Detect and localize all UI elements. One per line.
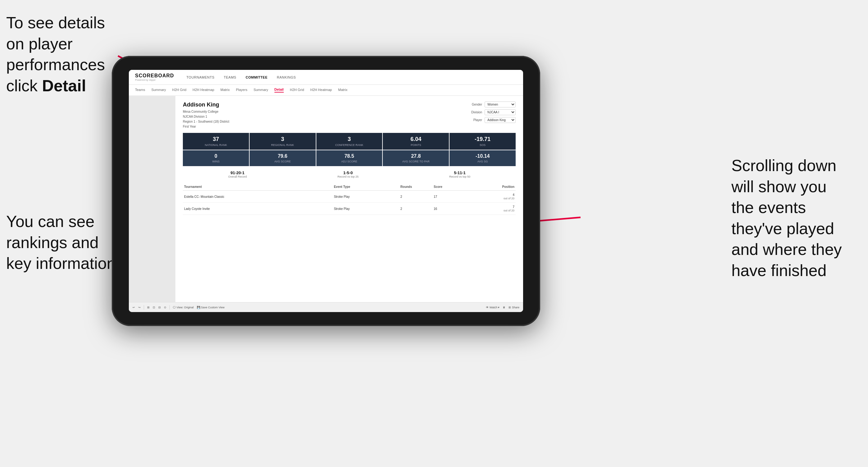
avg-score-label: Avg Score [251, 160, 314, 163]
division-select[interactable]: NJCAA I [485, 109, 516, 115]
avg-score-par-label: Avg Score to Par [385, 160, 447, 163]
subnav-detail[interactable]: Detail [274, 88, 284, 93]
filter-gender: Gender Women [472, 101, 516, 107]
overall-record-value: 91-20-1 [228, 170, 247, 175]
national-rank-label: National Rank [185, 144, 247, 147]
gender-select[interactable]: Women [485, 101, 516, 107]
subnav-summary[interactable]: Summary [151, 88, 166, 92]
td-position-1: 7 out of 20 [466, 203, 516, 215]
stats-row-2: 0 Wins 79.6 Avg Score 78.5 Adj Score 27.… [183, 150, 516, 166]
subnav-matrix[interactable]: Matrix [220, 88, 230, 92]
side-panel [129, 96, 176, 302]
stat-adj-score: 78.5 Adj Score [316, 150, 382, 166]
player-label: Player [473, 118, 482, 122]
annotation-top-left: To see details on player performances cl… [6, 12, 124, 96]
stat-avg-score-par: 27.8 Avg Score to Par [383, 150, 449, 166]
player-select[interactable]: Addison King [485, 117, 516, 123]
avg-score-value: 79.6 [251, 153, 314, 159]
toolbar-screen[interactable]: 🖥 [503, 306, 505, 309]
toolbar-save-view[interactable]: 💾 Save Custom View [197, 306, 224, 309]
nav-rankings[interactable]: RANKINGS [277, 75, 296, 79]
th-event-type: Event Type [333, 183, 399, 191]
subnav-matrix2[interactable]: Matrix [338, 88, 347, 92]
adj-score-value: 78.5 [318, 153, 381, 159]
filter-player: Player Addison King [473, 117, 516, 123]
player-filters: Gender Women Division NJCAA I [471, 101, 516, 123]
top-nav: SCOREBOARD Powered by clippd TOURNAMENTS… [129, 70, 523, 85]
stat-wins: 0 Wins [183, 150, 249, 166]
subnav-summary2[interactable]: Summary [254, 88, 268, 92]
tablet-shell: SCOREBOARD Powered by clippd TOURNAMENTS… [112, 56, 540, 326]
stat-sos: -19.71 SoS [450, 133, 516, 150]
top25-record-value: 1-5-0 [337, 170, 359, 175]
td-tournament-0: Estella CC- Mountain Classic [183, 191, 333, 203]
bottom-toolbar: ↩ ↪ ⊞ ⊡ ⊟ ⊙ 🖵 View: Original 💾 Save Cust… [129, 302, 523, 312]
logo-scoreboard: SCOREBOARD [135, 73, 174, 79]
subnav-h2h-heatmap[interactable]: H2H Heatmap [192, 88, 214, 92]
stat-points: 6.04 Points [383, 133, 449, 150]
toolbar-redo[interactable]: ↪ [138, 306, 141, 309]
toolbar-view-original[interactable]: 🖵 View: Original [173, 306, 194, 309]
position-value-0: 4 [513, 193, 515, 196]
stats-row-1: 37 National Rank 3 Regional Rank 3 Confe… [183, 133, 516, 150]
division-label: Division [471, 111, 482, 114]
gender-label: Gender [472, 103, 482, 106]
regional-rank-label: Regional Rank [251, 144, 314, 147]
points-value: 6.04 [385, 136, 447, 143]
toolbar-sep-2 [169, 305, 170, 310]
stat-regional-rank: 3 Regional Rank [250, 133, 316, 150]
player-region: Region 1 - Southwest (18) District [183, 120, 229, 123]
avg-score-par-value: 27.8 [385, 153, 447, 159]
nav-committee[interactable]: COMMITTEE [246, 75, 268, 79]
tournament-table: Tournament Event Type Rounds Score Posit… [183, 183, 516, 215]
sub-nav: Teams Summary H2H Grid H2H Heatmap Matri… [129, 85, 523, 96]
logo-powered: Powered by clippd [135, 79, 174, 81]
toolbar-grid2[interactable]: ⊡ [153, 306, 155, 309]
top50-record-value: 5-11-1 [449, 170, 470, 175]
overall-record-label: Overall Record [228, 175, 247, 178]
sos-value: -19.71 [452, 136, 514, 143]
toolbar-watch[interactable]: 👁 Watch ▾ [486, 306, 499, 309]
stat-conference-rank: 3 Conference Rank [316, 133, 382, 150]
toolbar-undo[interactable]: ↩ [132, 306, 135, 309]
player-detail: Addison King Mesa Community College NJCA… [176, 96, 523, 302]
subnav-players[interactable]: Players [236, 88, 247, 92]
avg-sg-value: -10.14 [452, 153, 514, 159]
th-position: Position [466, 183, 516, 191]
subnav-teams[interactable]: Teams [135, 88, 145, 92]
th-score: Score [432, 183, 466, 191]
stat-avg-score: 79.6 Avg Score [250, 150, 316, 166]
position-detail-1: out of 20 [503, 209, 515, 212]
position-detail-0: out of 20 [503, 197, 515, 200]
toolbar-grid1[interactable]: ⊞ [147, 306, 150, 309]
record-top25: 1-5-0 Record vs top 25 [337, 170, 359, 178]
toolbar-grid3[interactable]: ⊟ [158, 306, 161, 309]
td-rounds-1: 2 [399, 203, 432, 215]
wins-value: 0 [185, 153, 247, 159]
td-event-type-1: Stroke Play [333, 203, 399, 215]
position-value-1: 7 [513, 205, 515, 209]
nav-teams[interactable]: TEAMS [224, 75, 236, 79]
points-label: Points [385, 144, 447, 147]
record-overall: 91-20-1 Overall Record [228, 170, 247, 178]
subnav-h2h-grid[interactable]: H2H Grid [172, 88, 186, 92]
main-content: Addison King Mesa Community College NJCA… [129, 96, 523, 302]
avg-sg-label: Avg SG [452, 160, 514, 163]
toolbar-clock[interactable]: ⊙ [164, 306, 166, 309]
annotation-bottom-right: Scrolling down will show you the events … [732, 155, 862, 281]
subnav-h2h-heatmap2[interactable]: H2H Heatmap [310, 88, 332, 92]
stat-national-rank: 37 National Rank [183, 133, 249, 150]
regional-rank-value: 3 [251, 136, 314, 143]
player-school: Mesa Community College [183, 110, 219, 113]
conference-rank-value: 3 [318, 136, 381, 143]
sos-label: SoS [452, 144, 514, 147]
toolbar-share[interactable]: ⊞ Share [508, 306, 519, 309]
player-name: Addison King [183, 101, 229, 108]
logo-area: SCOREBOARD Powered by clippd [135, 73, 174, 81]
td-score-1: 16 [432, 203, 466, 215]
table-header-row: Tournament Event Type Rounds Score Posit… [183, 183, 516, 191]
player-year: First Year [183, 125, 196, 128]
top25-record-label: Record vs top 25 [337, 175, 359, 178]
nav-tournaments[interactable]: TOURNAMENTS [187, 75, 215, 79]
subnav-h2h-grid2[interactable]: H2H Grid [290, 88, 304, 92]
